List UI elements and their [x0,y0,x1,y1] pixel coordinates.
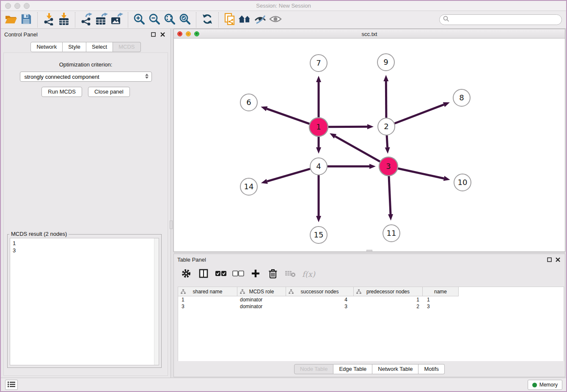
table-settings-button[interactable] [181,268,192,279]
column-header[interactable]: name [423,287,459,296]
toolbar-separator [37,12,38,28]
function-builder-button[interactable]: f(x) [302,268,315,279]
home-button[interactable] [237,13,253,27]
graph-edge[interactable] [397,168,444,178]
zoom-selected-button[interactable] [177,13,193,27]
apply-layout-button[interactable] [200,13,215,27]
table-cell[interactable]: 3 [423,304,459,309]
graph-node[interactable]: 7 [310,55,327,72]
graph-node[interactable]: 4 [310,158,327,175]
eye-icon [269,14,282,25]
column-header[interactable]: successor nodes [286,287,354,296]
graph-edge[interactable] [395,105,444,123]
export-image-button[interactable] [109,13,124,27]
graph-edge[interactable] [389,175,391,214]
graph-edge[interactable] [335,136,381,162]
search-box [439,14,562,25]
tab-select[interactable]: Select [86,42,113,52]
table-tabs: Node Table Edge Table Network Table Moti… [294,364,445,374]
clone-network-button[interactable] [222,13,237,27]
column-header[interactable]: MCDS role [237,287,286,296]
table-panel-header: Table Panel [174,254,565,265]
status-bar: Memory [1,378,566,391]
graph-node-label: 9 [383,58,388,66]
table-cell[interactable]: dominator [237,304,286,309]
graph-edge[interactable] [386,81,386,118]
graph-node[interactable]: 14 [240,178,257,195]
table-cell[interactable]: 3 [178,304,237,309]
graph-node[interactable]: 10 [454,174,471,191]
zoom-fit-button[interactable] [162,13,177,27]
table-cell[interactable]: 1 [178,297,237,303]
table-cell[interactable]: 1 [423,297,459,303]
search-input[interactable] [449,16,561,24]
tab-mcds[interactable]: MCDS [113,42,140,52]
window-splitter-grip[interactable] [366,250,372,252]
table-cell[interactable]: 1 [354,297,423,303]
tab-style[interactable]: Style [63,42,86,52]
zoom-out-button[interactable] [147,13,162,27]
column-type-icon [356,289,361,295]
task-history-button[interactable] [5,380,18,390]
show-all-button[interactable] [268,13,283,27]
hide-selected-button[interactable] [253,13,268,27]
window-titlebar: Session: New Session [1,1,566,11]
graph-node[interactable]: 8 [453,89,470,106]
criterion-select[interactable]: strongly connected component [20,72,152,82]
import-table-button[interactable] [56,13,72,27]
hide-all-columns-button[interactable] [233,268,244,279]
close-panel-icon[interactable] [160,31,165,37]
export-network-button[interactable] [79,13,94,27]
zoom-in-button[interactable] [132,13,147,27]
tab-network-table[interactable]: Network Table [372,364,418,374]
clear-table-button[interactable] [285,268,296,279]
zoom-in-icon [133,13,145,26]
graph-edge[interactable] [387,135,387,147]
mcds-result-group: MCDS result (2 nodes) 13 [7,234,162,368]
open-session-button[interactable] [3,13,19,27]
column-type-icon [181,289,186,295]
close-table-panel-icon[interactable] [555,257,561,262]
tab-edge-table[interactable]: Edge Table [333,364,372,374]
float-table-panel-icon[interactable] [546,257,552,262]
column-header[interactable]: predecessor nodes [354,287,423,296]
tab-node-table[interactable]: Node Table [294,364,334,374]
graph-node[interactable]: 3 [379,157,398,176]
graph-edge[interactable] [267,169,310,182]
table-row[interactable]: 3dominator323 [178,303,564,310]
export-table-button[interactable] [94,13,109,27]
import-network-button[interactable] [41,13,56,27]
graph-edge[interactable] [328,127,367,127]
create-column-button[interactable] [250,268,261,279]
table-row[interactable]: 1dominator411 [178,296,564,303]
graph-node[interactable]: 2 [378,118,395,135]
memory-button[interactable]: Memory [528,380,562,390]
run-mcds-button[interactable]: Run MCDS [41,87,82,97]
save-session-button[interactable] [19,13,34,27]
graph-node[interactable]: 15 [310,226,327,243]
table-cell[interactable]: dominator [237,297,286,303]
close-panel-button[interactable]: Close panel [88,87,130,97]
graph-edge[interactable] [267,109,310,124]
graph-node[interactable]: 11 [383,225,400,242]
show-all-columns-button[interactable] [215,268,226,279]
column-header[interactable]: shared name [178,287,237,296]
delete-column-button[interactable] [267,268,278,279]
tab-motifs[interactable]: Motifs [418,364,445,374]
graph-node[interactable]: 6 [240,94,257,111]
mcds-result-text[interactable]: 13 [10,238,159,365]
table-cell[interactable]: 3 [286,304,354,309]
graph-node[interactable]: 1 [309,118,328,136]
graph-node[interactable]: 9 [377,54,394,71]
float-panel-icon[interactable] [150,31,156,37]
panel-splitter-grip[interactable] [170,221,173,229]
result-line: 3 [13,247,156,254]
result-scrollbar[interactable] [154,238,159,365]
toolbar-separator [196,12,196,28]
table-cell[interactable]: 2 [354,304,423,309]
tab-network[interactable]: Network [30,42,63,52]
network-canvas[interactable]: 7968124314101511 [174,39,565,251]
search-icon [443,16,449,24]
split-panel-button[interactable] [198,268,209,279]
table-cell[interactable]: 4 [286,297,354,303]
